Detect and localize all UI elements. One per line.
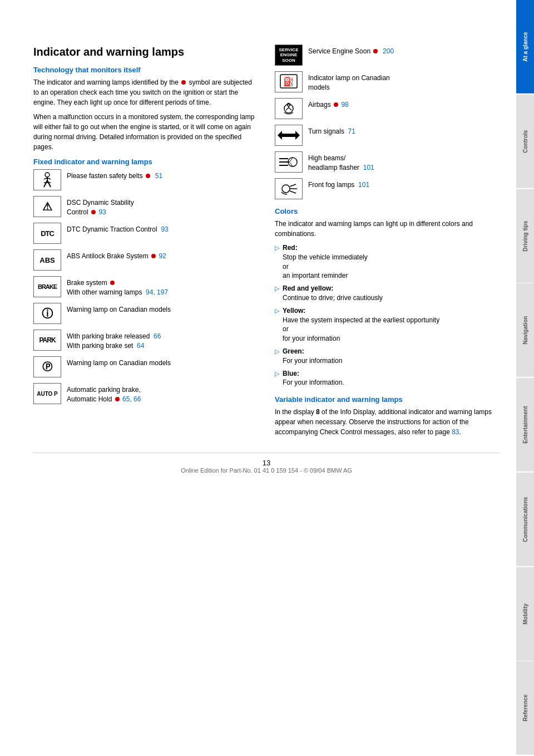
list-item: ▷ Yellow:Have the system inspected at th… — [275, 306, 500, 343]
list-item: Please fasten safety belts 51 — [33, 169, 258, 190]
list-item: ⛽ Indicator lamp on Canadianmodels — [275, 71, 500, 92]
list-item: BRAKE Brake system With other warning la… — [33, 276, 258, 297]
variable-title: Variable indicator and warning lamps — [275, 395, 500, 404]
warning-canadian-icon: ⓘ — [33, 303, 61, 324]
highbeam-icon — [275, 151, 303, 173]
sidebar: At a glance Controls Driving tips Naviga… — [516, 0, 534, 756]
list-item: ▷ Blue:For your information. — [275, 369, 500, 388]
page-title: Indicator and warning lamps — [33, 45, 258, 59]
list-item: Ⓟ Warning lamp on Canadian models — [33, 356, 258, 377]
page-footer: 13 Online Edition for Part-No. 01 41 0 1… — [33, 453, 500, 474]
brake-text: Brake system With other warning lamps 94… — [67, 276, 168, 297]
abs-text: ABS Antilock Brake System 92 — [67, 249, 166, 261]
subsection1-title: Technology that monitors itself — [33, 66, 258, 74]
sidebar-tab-at-a-glance[interactable]: At a glance — [516, 0, 534, 94]
color-item: Blue:For your information. — [283, 369, 344, 388]
color-item: Red:Stop the vehicle immediatelyoran imp… — [283, 243, 368, 281]
colors-intro: The indicator and warning lamps can ligh… — [275, 219, 500, 239]
svg-point-17 — [288, 158, 297, 166]
canadian-indicator-text: Indicator lamp on Canadianmodels — [308, 71, 390, 92]
color-item: Yellow:Have the system inspected at the … — [283, 306, 439, 343]
svg-marker-13 — [289, 131, 300, 140]
airbag-text: Airbags 98 — [308, 98, 349, 110]
svg-point-7 — [284, 104, 293, 113]
list-item: ▷ Red:Stop the vehicle immediatelyoran i… — [275, 243, 500, 281]
subsection1-body1: The indicator and warning lamps identifi… — [33, 77, 258, 107]
svg-line-10 — [286, 107, 289, 110]
dtc-text: DTC Dynamic Traction Control 93 — [67, 223, 169, 234]
turn-signal-text: Turn signals 71 — [308, 125, 355, 136]
park-p-text: Warning lamp on Canadian models — [67, 356, 171, 368]
park-p-icon: Ⓟ — [33, 356, 61, 377]
colors-list: ▷ Red:Stop the vehicle immediatelyoran i… — [275, 243, 500, 387]
park-icon: PARK — [33, 330, 61, 351]
autop-text: Automatic parking brake,Automatic Hold 6… — [67, 383, 141, 404]
arrow-icon: ▷ — [275, 244, 279, 252]
svg-line-19 — [290, 184, 296, 186]
list-item: ▷ Green:For your information — [275, 347, 500, 366]
fog-lamp-icon — [275, 178, 303, 199]
canadian-indicator-icon: ⛽ — [275, 71, 303, 92]
airbag-icon — [275, 98, 303, 119]
list-item: DTC DTC Dynamic Traction Control 93 — [33, 223, 258, 244]
list-item: ABS ABS Antilock Brake System 92 — [33, 249, 258, 271]
list-item: ⓘ Warning lamp on Canadian models — [33, 303, 258, 324]
svg-text:⛽: ⛽ — [283, 76, 294, 87]
arrow-icon: ▷ — [275, 284, 279, 293]
colors-title: Colors — [275, 207, 500, 215]
list-item: AUTO P Automatic parking brake,Automatic… — [33, 383, 258, 404]
left-column: Indicator and warning lamps Technology t… — [33, 45, 258, 441]
variable-body: In the display 8 of the Info Display, ad… — [275, 407, 500, 437]
seatbelt-text: Please fasten safety belts 51 — [67, 169, 162, 181]
colors-section: Colors The indicator and warning lamps c… — [275, 207, 500, 387]
svg-point-18 — [282, 185, 290, 193]
main-content: Indicator and warning lamps Technology t… — [0, 0, 516, 756]
svg-line-11 — [289, 107, 291, 110]
arrow-icon: ▷ — [275, 370, 279, 378]
sidebar-tab-communications[interactable]: Communications — [516, 473, 534, 566]
svg-line-2 — [44, 180, 47, 187]
warning-canadian-text: Warning lamp on Canadian models — [67, 303, 171, 315]
fog-lamp-text: Front fog lamps 101 — [308, 178, 369, 190]
dsc-icon: ⚠ — [33, 196, 61, 217]
list-item: High beams/headlamp flasher 101 — [275, 151, 500, 173]
list-item: Turn signals 71 — [275, 125, 500, 146]
dsc-text: DSC Dynamic StabilityControl 93 — [67, 196, 134, 217]
color-item: Red and yellow:Continue to drive; drive … — [283, 284, 383, 303]
dtc-icon: DTC — [33, 223, 61, 244]
right-column: SERVICE ENGINE SOON Service Engine Soon … — [275, 45, 500, 441]
list-item: ⚠ DSC Dynamic StabilityControl 93 — [33, 196, 258, 217]
sidebar-tab-mobility[interactable]: Mobility — [516, 567, 534, 661]
sidebar-tab-navigation[interactable]: Navigation — [516, 283, 534, 377]
list-item: SERVICE ENGINE SOON Service Engine Soon … — [275, 45, 500, 66]
svg-marker-12 — [278, 131, 289, 140]
service-engine-icon: SERVICE ENGINE SOON — [275, 45, 303, 66]
list-item: ▷ Red and yellow:Continue to drive; driv… — [275, 284, 500, 303]
abs-icon: ABS — [33, 249, 61, 271]
arrow-icon: ▷ — [275, 307, 279, 315]
sidebar-tab-entertainment[interactable]: Entertainment — [516, 378, 534, 472]
sidebar-tab-reference[interactable]: Reference — [516, 661, 534, 755]
svg-line-3 — [47, 180, 51, 187]
park-text: With parking brake released 66 With park… — [67, 330, 161, 351]
footer-text: Online Edition for Part-No. 01 41 0 159 … — [181, 467, 352, 474]
service-engine-text: Service Engine Soon 200 — [308, 45, 394, 56]
color-item: Green:For your information — [283, 347, 342, 366]
brake-icon: BRAKE — [33, 276, 61, 297]
list-item: Airbags 98 — [275, 98, 500, 119]
variable-section: Variable indicator and warning lamps In … — [275, 395, 500, 437]
sidebar-tab-controls[interactable]: Controls — [516, 95, 534, 188]
turn-signal-icon — [275, 125, 303, 146]
autop-icon: AUTO P — [33, 383, 61, 404]
list-item: Front fog lamps 101 — [275, 178, 500, 199]
subsection1-body2: When a malfunction occurs in a monitored… — [33, 112, 258, 152]
sidebar-tab-driving-tips[interactable]: Driving tips — [516, 189, 534, 283]
seatbelt-icon — [33, 169, 61, 190]
fixed-lamps-title: Fixed indicator and warning lamps — [33, 158, 258, 166]
page-number: 13 — [263, 459, 270, 467]
svg-point-0 — [45, 173, 50, 177]
arrow-icon: ▷ — [275, 347, 279, 356]
svg-line-21 — [290, 191, 296, 193]
highbeam-text: High beams/headlamp flasher 101 — [308, 151, 374, 173]
list-item: PARK With parking brake released 66 With… — [33, 330, 258, 351]
